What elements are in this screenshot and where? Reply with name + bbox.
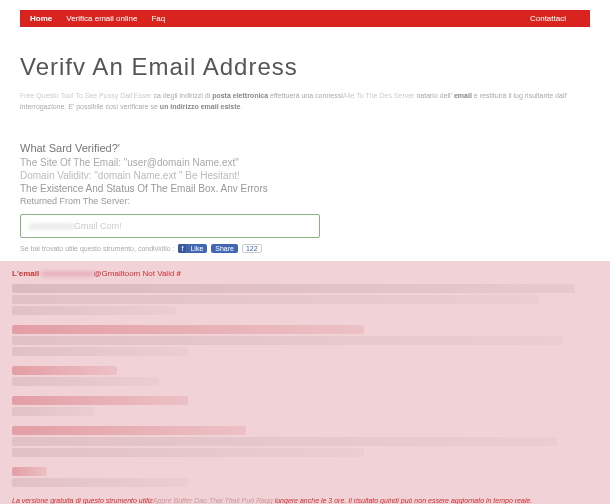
nav-home[interactable]: Home	[30, 14, 52, 23]
navbar: Home Verifica email online Faq Contattac…	[20, 10, 590, 27]
result-header: L'email xxxxxxxxxxxxx@Gmailtoom Not Vali…	[12, 269, 598, 278]
section-heading: What Sard Verified?'	[20, 142, 590, 154]
input-blurred-text: xxxxxxxxxx	[29, 221, 74, 231]
fb-like-button[interactable]: f Like	[178, 244, 207, 253]
info-line-4: Returned From The Server:	[20, 196, 590, 206]
info-line-2: Domain Validitv: "domain Name.ext " Be H…	[20, 170, 590, 181]
nav-faq[interactable]: Faq	[151, 14, 165, 23]
result-log-blurred	[12, 284, 598, 487]
fb-share-label: Share	[211, 244, 238, 253]
share-text: Se hai trovato utile questo strumento, c…	[20, 245, 174, 252]
input-suffix: Gmail Com!	[74, 221, 122, 231]
nav-contact[interactable]: Contattaci	[530, 14, 566, 23]
result-box: L'email xxxxxxxxxxxxx@Gmailtoom Not Vali…	[0, 261, 610, 504]
fb-like-label: Like	[186, 244, 207, 253]
info-line-3: The Existence And Status Of The Email Bo…	[20, 183, 590, 194]
page-title: Verifv An Email Address	[20, 53, 590, 81]
info-line-1: The Site Of The Email: "user@domain Name…	[20, 157, 590, 168]
email-input[interactable]: xxxxxxxxxxGmail Com!	[20, 214, 320, 238]
fb-count: 122	[242, 244, 262, 253]
fb-share-button[interactable]: Share	[211, 244, 238, 253]
nav-verify[interactable]: Verifica email online	[66, 14, 137, 23]
share-row: Se hai trovato utile questo strumento, c…	[20, 244, 590, 253]
fb-icon: f	[178, 244, 186, 253]
result-footnote: La versione gratuita di questo strumento…	[12, 497, 598, 504]
intro-text: Free Questo Tool To See Pussy Dall'Esser…	[20, 91, 590, 112]
